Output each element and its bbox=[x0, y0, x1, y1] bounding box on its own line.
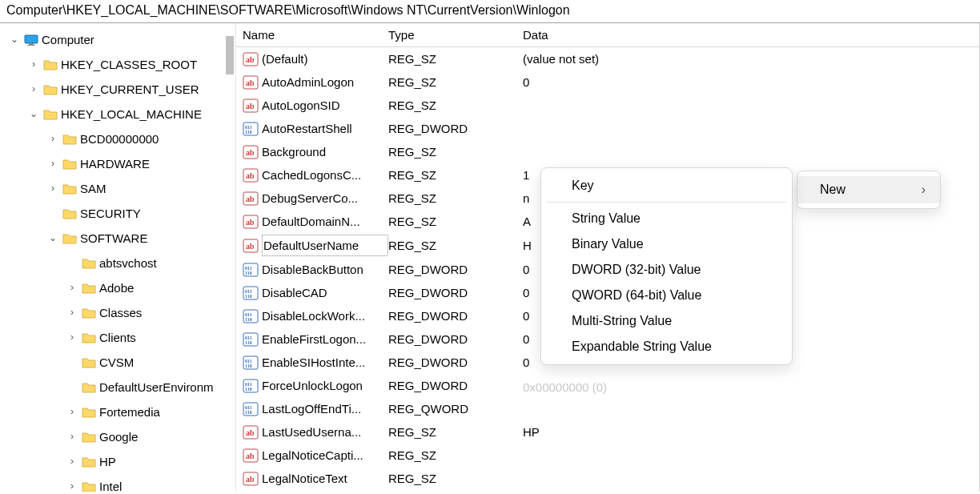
address-bar[interactable]: Computer\HKEY_LOCAL_MACHINE\SOFTWARE\Mic… bbox=[0, 0, 980, 23]
chevron-down-icon[interactable]: ⌄ bbox=[46, 227, 59, 250]
value-name[interactable]: LegalNoticeCapti... bbox=[262, 445, 388, 465]
value-type: REG_SZ bbox=[388, 445, 523, 465]
chevron-right-icon[interactable]: › bbox=[66, 326, 78, 349]
tree-node-fortemedia[interactable]: ›Fortemedia bbox=[66, 400, 160, 424]
value-list[interactable]: Name Type Data (Default)REG_SZ(value not… bbox=[236, 23, 980, 492]
menu-item-qword[interactable]: QWORD (64-bit) Value bbox=[541, 283, 792, 308]
chevron-right-icon[interactable]: › bbox=[66, 276, 78, 299]
chevron-right-icon[interactable]: › bbox=[27, 53, 40, 76]
chevron-right-icon[interactable]: › bbox=[66, 400, 78, 424]
value-name[interactable]: DisableLockWork... bbox=[262, 306, 388, 326]
value-type: REG_SZ bbox=[388, 142, 523, 162]
computer-icon bbox=[24, 34, 38, 46]
folder-icon bbox=[62, 207, 77, 219]
tree-node-defaultuserenv[interactable]: ›DefaultUserEnvironm bbox=[66, 376, 214, 399]
tree-node-hkcr[interactable]: › HKEY_CLASSES_ROOT bbox=[27, 53, 197, 76]
string-value-icon bbox=[243, 168, 259, 183]
tree-node-hkcu[interactable]: › HKEY_CURRENT_USER bbox=[27, 78, 199, 101]
column-data[interactable]: Data bbox=[523, 28, 979, 42]
list-row[interactable]: LegalNoticeCapti...REG_SZ bbox=[236, 444, 979, 467]
value-name[interactable]: CachedLogonsC... bbox=[262, 165, 388, 185]
binary-value-icon bbox=[243, 332, 259, 347]
tree-node-software[interactable]: ⌄SOFTWARE bbox=[46, 227, 147, 250]
chevron-right-icon[interactable]: › bbox=[46, 127, 59, 151]
column-type[interactable]: Type bbox=[388, 28, 523, 42]
value-name[interactable]: DisableBackButton bbox=[262, 259, 388, 279]
binary-value-icon bbox=[243, 309, 259, 323]
list-row[interactable]: LegalNoticeTextREG_SZ bbox=[236, 467, 979, 490]
folder-icon bbox=[62, 183, 77, 195]
folder-icon bbox=[62, 158, 77, 170]
address-path: Computer\HKEY_LOCAL_MACHINE\SOFTWARE\Mic… bbox=[6, 3, 570, 17]
tree-node-cvsm[interactable]: ›CVSM bbox=[66, 351, 134, 374]
tree-node-bcd[interactable]: ›BCD00000000 bbox=[46, 127, 159, 151]
tree-node-sam[interactable]: ›SAM bbox=[46, 177, 106, 200]
value-name[interactable]: AutoLogonSID bbox=[262, 95, 388, 115]
menu-item-new[interactable]: New › bbox=[797, 176, 940, 203]
context-submenu-new[interactable]: New › bbox=[797, 171, 941, 209]
value-type: REG_SZ bbox=[388, 235, 523, 255]
chevron-right-icon[interactable]: › bbox=[46, 177, 59, 200]
list-row[interactable]: (Default)REG_SZ(value not set) bbox=[236, 47, 979, 70]
value-name[interactable]: DebugServerCo... bbox=[262, 188, 388, 208]
tree-node-adobe[interactable]: ›Adobe bbox=[66, 276, 134, 299]
string-value-icon bbox=[243, 215, 259, 229]
chevron-right-icon[interactable]: › bbox=[66, 425, 78, 448]
tree-scrollbar-thumb[interactable] bbox=[226, 36, 234, 74]
menu-item-dword[interactable]: DWORD (32-bit) Value bbox=[541, 257, 792, 283]
menu-item-string[interactable]: String Value bbox=[541, 206, 792, 231]
tree-node-intel[interactable]: ›Intel bbox=[66, 475, 122, 492]
binary-value-icon bbox=[243, 379, 259, 393]
binary-value-icon bbox=[243, 263, 259, 277]
list-row[interactable]: AutoLogonSIDREG_SZ bbox=[236, 94, 979, 117]
folder-icon bbox=[43, 58, 58, 70]
tree-node-computer[interactable]: ⌄ Computer bbox=[8, 28, 94, 51]
value-name[interactable]: LegalNoticeText bbox=[262, 468, 388, 488]
chevron-right-icon[interactable]: › bbox=[66, 301, 78, 324]
value-type: REG_DWORD bbox=[388, 118, 523, 139]
list-row[interactable]: LastLogOffEndTi...REG_QWORD bbox=[236, 397, 979, 420]
value-name[interactable]: EnableSIHostInte... bbox=[262, 352, 388, 372]
value-name[interactable]: LastUsedUserna... bbox=[262, 422, 388, 442]
list-row[interactable]: AutoAdminLogonREG_SZ0 bbox=[236, 70, 979, 94]
menu-item-binary[interactable]: Binary Value bbox=[541, 231, 792, 257]
value-name[interactable]: AutoAdminLogon bbox=[262, 72, 388, 92]
registry-tree[interactable]: ⌄ Computer › HKEY_CLASSES_ROOT › HKEY_CU… bbox=[0, 23, 236, 492]
tree-node-hklm[interactable]: ⌄ HKEY_LOCAL_MACHINE bbox=[27, 102, 202, 126]
tree-node-google[interactable]: ›Google bbox=[66, 425, 138, 448]
menu-item-expandstring[interactable]: Expandable String Value bbox=[541, 334, 792, 359]
value-type: REG_DWORD bbox=[388, 306, 523, 326]
value-name[interactable]: LastLogOffEndTi... bbox=[262, 399, 388, 419]
value-name[interactable]: DefaultDomainN... bbox=[262, 211, 388, 231]
value-name[interactable]: EnableFirstLogon... bbox=[262, 329, 388, 349]
tree-node-classes[interactable]: ›Classes bbox=[66, 301, 142, 324]
value-name[interactable]: (Default) bbox=[262, 49, 388, 69]
string-value-icon bbox=[243, 239, 259, 253]
chevron-down-icon[interactable]: ⌄ bbox=[8, 28, 21, 51]
menu-item-key[interactable]: Key bbox=[541, 173, 792, 199]
column-name[interactable]: Name bbox=[243, 28, 388, 42]
tree-node-security[interactable]: ›SECURITY bbox=[46, 202, 141, 225]
string-value-icon bbox=[243, 448, 259, 463]
chevron-right-icon[interactable]: › bbox=[66, 450, 78, 473]
context-menu-new-items[interactable]: Key String Value Binary Value DWORD (32-… bbox=[540, 167, 793, 365]
tree-node-hp[interactable]: ›HP bbox=[66, 450, 116, 473]
chevron-right-icon[interactable]: › bbox=[66, 475, 78, 492]
value-name[interactable]: ForceUnlockLogon bbox=[262, 376, 388, 396]
menu-item-multistring[interactable]: Multi-String Value bbox=[541, 308, 792, 334]
value-name[interactable]: AutoRestartShell bbox=[262, 118, 388, 139]
list-row[interactable]: LastUsedUserna...REG_SZHP bbox=[236, 420, 979, 444]
value-name[interactable]: DisableCAD bbox=[262, 283, 388, 303]
value-name[interactable]: DefaultUserName bbox=[262, 235, 388, 256]
folder-icon bbox=[82, 356, 96, 368]
list-row[interactable]: BackgroundREG_SZ bbox=[236, 140, 979, 163]
tree-node-abtsvchost[interactable]: ›abtsvchost bbox=[66, 251, 157, 275]
chevron-down-icon[interactable]: ⌄ bbox=[27, 102, 40, 126]
chevron-right-icon[interactable]: › bbox=[46, 152, 59, 175]
tree-node-clients[interactable]: ›Clients bbox=[66, 326, 136, 349]
value-type: REG_QWORD bbox=[388, 399, 523, 419]
value-name[interactable]: Background bbox=[262, 142, 388, 162]
chevron-right-icon[interactable]: › bbox=[27, 78, 40, 101]
tree-node-hardware[interactable]: ›HARDWARE bbox=[46, 152, 150, 175]
list-row[interactable]: AutoRestartShellREG_DWORD bbox=[236, 117, 979, 140]
